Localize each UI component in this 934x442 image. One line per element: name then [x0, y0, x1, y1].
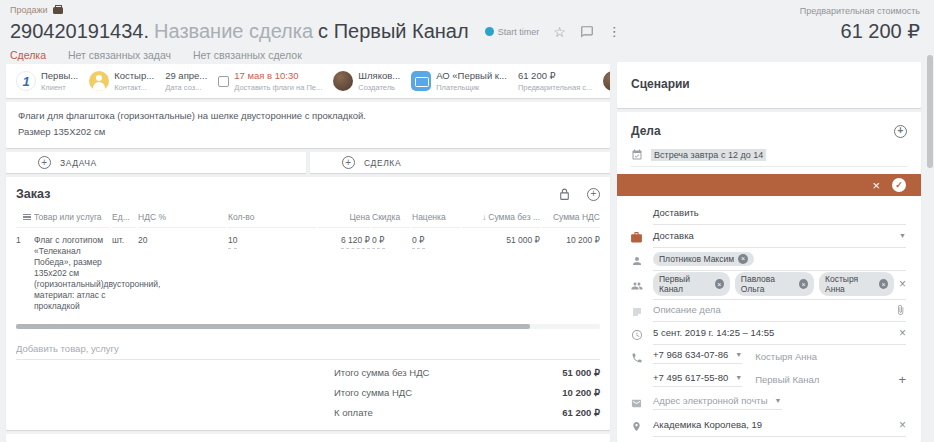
- chip-created-date[interactable]: 29 апре...Дата соз...: [165, 70, 207, 92]
- row-unit[interactable]: шт.: [112, 228, 136, 312]
- column-header-qty[interactable]: Кол-во: [228, 207, 316, 228]
- add-product-input[interactable]: [16, 339, 600, 360]
- todo-item-meeting[interactable]: Встреча завтра с 12 до 14: [631, 149, 907, 167]
- sort-desc-icon: ↓: [482, 213, 486, 222]
- total-value: 61 200 ₽: [524, 407, 600, 418]
- row-sum-vat: 10 200 ₽: [542, 228, 600, 312]
- phone-select[interactable]: +7 495 617-55-80▼: [653, 372, 742, 387]
- favorite-star-icon[interactable]: ☆: [553, 25, 566, 39]
- title-menu-icon[interactable]: ⋮: [608, 25, 621, 38]
- todo-edit-form: × ✓ Доставить Доставка▼ Плотников Максим…: [617, 174, 921, 442]
- chip-contact[interactable]: Костыр...Контакт...: [89, 70, 154, 92]
- phone-select[interactable]: +7 968 634-07-86▼: [653, 349, 742, 364]
- deal-description[interactable]: Флаги для флагштока (горизонтальные) на …: [6, 102, 610, 148]
- participant-chip: Костыря Анна×: [819, 272, 894, 296]
- participant-chip: Павлова Ольга×: [735, 272, 814, 296]
- chevron-down-icon: ▼: [899, 232, 906, 239]
- add-task-button[interactable]: + ЗАДАЧА: [6, 152, 306, 173]
- chevron-down-icon: ▼: [735, 374, 742, 381]
- save-check-icon[interactable]: ✓: [892, 178, 906, 192]
- phone-secondary-field: +7 495 617-55-80▼ Первый Канал +: [653, 371, 906, 391]
- row-product[interactable]: Флаг с логотипом «Телеканал Победа», раз…: [34, 228, 110, 312]
- scrollbar-thumb[interactable]: [927, 55, 933, 168]
- chip-creator[interactable]: Шляков...Создатель: [333, 70, 400, 92]
- add-product-icon[interactable]: +: [587, 188, 600, 201]
- phone-primary-field: +7 968 634-07-86▼ Костыря Анна: [653, 348, 906, 368]
- participant-chip: Первый Канал×: [653, 272, 730, 296]
- scrollbar-thumb[interactable]: [16, 324, 530, 329]
- manager-avatar: [603, 71, 610, 91]
- location-pin-icon: [631, 420, 642, 433]
- clock-icon: [631, 329, 643, 341]
- description-line-2: Размер 135X202 см: [18, 124, 598, 140]
- lock-icon[interactable]: [558, 188, 571, 201]
- subject-field[interactable]: Доставить: [653, 205, 906, 225]
- order-title: Заказ: [16, 187, 50, 201]
- column-header-vat[interactable]: НДС %: [138, 207, 226, 228]
- column-header-sum-vat[interactable]: Сумма НДС: [542, 207, 600, 228]
- column-header-unit[interactable]: Ед...: [112, 207, 136, 228]
- owner-field[interactable]: Плотников Максим×: [653, 251, 906, 271]
- column-header-markup[interactable]: Наценка: [412, 207, 460, 228]
- add-deal-button[interactable]: + СДЕЛКА: [310, 152, 610, 173]
- briefcase-icon: [630, 231, 643, 244]
- owner-chip: Плотников Максим×: [653, 252, 754, 266]
- table-horizontal-scrollbar[interactable]: [16, 324, 600, 329]
- prelim-cost-value: 61 200 ₽: [800, 19, 920, 43]
- activity-section: Журнал Файлы1 Письма1 Звонки1 ⋮ Четверг,…: [6, 434, 610, 442]
- rows-icon: [23, 212, 31, 222]
- contact-avatar-icon: [89, 71, 109, 91]
- deal-name-placeholder[interactable]: Название сделка: [154, 20, 313, 43]
- chip-payer[interactable]: АО «Первый к...Плательщик: [411, 70, 507, 92]
- remove-icon[interactable]: ×: [715, 279, 724, 289]
- datetime-field[interactable]: 5 сент. 2019 г. 14:25 – 14:55×: [653, 325, 906, 345]
- chip-prelim-cost[interactable]: 61 200 ₽Предварительная с...: [518, 70, 592, 92]
- order-totals: Итого сумма без НДС51 000 ₽ Итого сумма …: [16, 362, 600, 422]
- column-header-discount[interactable]: Скидка: [372, 207, 410, 228]
- description-field[interactable]: Описание дела: [653, 302, 906, 322]
- address-field[interactable]: Академика Королева, 19×: [653, 417, 906, 437]
- attach-file-icon[interactable]: [895, 304, 906, 316]
- column-header-sum-no-vat[interactable]: ↓Сумма без ...: [462, 207, 540, 228]
- briefcase-icon: [53, 7, 63, 14]
- text-lines-icon: [631, 306, 643, 318]
- row-qty[interactable]: 10: [228, 228, 316, 312]
- chip-task-due[interactable]: 17 мая в 10:30Доставить флаги на Пе...: [218, 70, 322, 92]
- comment-bubble-icon[interactable]: [580, 25, 594, 39]
- breadcrumb[interactable]: Продажи: [10, 5, 48, 15]
- email-field[interactable]: Адрес электронной почты▼: [653, 394, 906, 414]
- total-value: 51 000 ₽: [524, 367, 600, 378]
- description-line-1: Флаги для флагштока (горизонтальные) на …: [18, 108, 598, 124]
- row-price[interactable]: 6 120 ₽: [318, 228, 370, 312]
- column-header-product[interactable]: Товар или услуга: [34, 207, 110, 228]
- participants-field[interactable]: Первый Канал× Павлова Ольга× Костыря Анн…: [653, 272, 906, 300]
- people-icon: [630, 280, 644, 292]
- add-todo-icon[interactable]: +: [894, 125, 907, 138]
- scenarios-panel[interactable]: Сценарии: [617, 62, 921, 108]
- chevron-down-icon: ▼: [775, 397, 782, 404]
- start-timer-button[interactable]: Start timer: [485, 27, 540, 37]
- type-select[interactable]: Доставка▼: [653, 228, 906, 248]
- todo-item-label: Встреча завтра с 12 до 14: [651, 149, 766, 161]
- row-vat[interactable]: 20: [138, 228, 226, 312]
- remove-icon[interactable]: ×: [879, 279, 888, 289]
- chip-manager[interactable]: Шляков...Менеджер: [603, 70, 610, 92]
- form-header: × ✓: [617, 174, 921, 196]
- task-checkbox-icon[interactable]: [218, 76, 229, 87]
- order-section: Заказ + Товар или услуга Ед... НДС % Кол…: [6, 177, 610, 430]
- clear-icon[interactable]: ×: [899, 278, 906, 290]
- clear-icon[interactable]: ×: [899, 327, 906, 339]
- add-phone-icon[interactable]: +: [898, 373, 906, 386]
- clear-icon[interactable]: ×: [899, 419, 906, 431]
- phone-contact-name: Первый Канал: [755, 374, 819, 385]
- chip-client[interactable]: 1 Первы...Клиент: [16, 70, 78, 92]
- plus-circle-icon: +: [38, 156, 51, 169]
- close-icon[interactable]: ×: [872, 179, 880, 192]
- row-markup[interactable]: 0 ₽: [412, 228, 460, 312]
- page-scrollbar[interactable]: [926, 0, 933, 442]
- column-header-price[interactable]: Цена: [318, 207, 370, 228]
- remove-icon[interactable]: ×: [799, 279, 808, 289]
- order-table: Товар или услуга Ед... НДС % Кол-во Цена…: [16, 207, 600, 312]
- remove-icon[interactable]: ×: [738, 254, 748, 264]
- row-discount[interactable]: 0 ₽: [372, 228, 410, 312]
